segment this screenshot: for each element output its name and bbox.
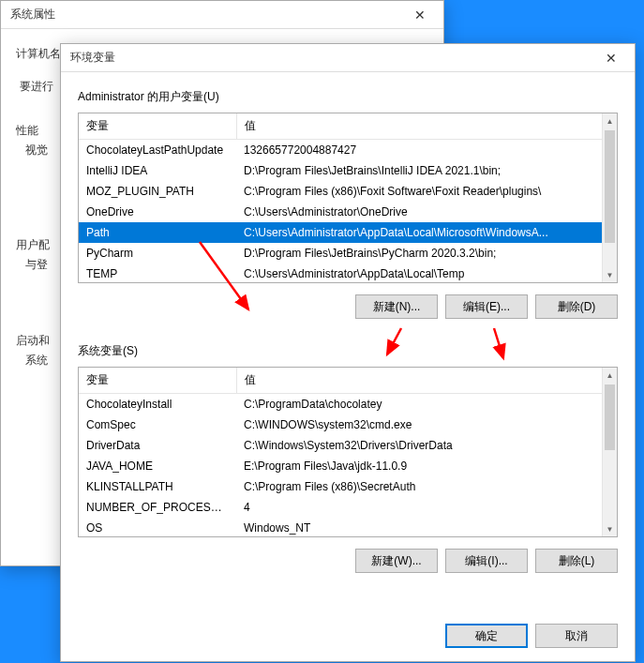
- scroll-up-icon[interactable]: ▲: [603, 368, 617, 383]
- var-name: KLINSTALLPATH: [79, 476, 236, 497]
- var-name: MOZ_PLUGIN_PATH: [79, 181, 236, 202]
- user-new-button[interactable]: 新建(N)...: [355, 294, 438, 319]
- table-row[interactable]: ComSpecC:\WINDOWS\system32\cmd.exe: [79, 414, 602, 435]
- user-delete-button[interactable]: 删除(D): [535, 294, 618, 319]
- table-row[interactable]: TEMPC:\Users\Administrator\AppData\Local…: [79, 264, 602, 282]
- var-name: ChocolateyLastPathUpdate: [79, 140, 236, 160]
- environment-variables-dialog: 环境变量 ✕ Administrator 的用户变量(U) 变量 值 Choco…: [60, 43, 636, 662]
- var-value: C:\Windows\System32\Drivers\DriverData: [236, 435, 602, 456]
- var-value: C:\ProgramData\chocolatey: [236, 394, 602, 414]
- user-vars-label: Administrator 的用户变量(U): [78, 89, 618, 105]
- close-icon: ✕: [414, 8, 426, 23]
- scroll-down-icon[interactable]: ▼: [603, 267, 617, 282]
- close-icon: ✕: [606, 51, 617, 66]
- cancel-button[interactable]: 取消: [535, 624, 618, 648]
- var-value: C:\Program Files (x86)\Foxit Software\Fo…: [236, 181, 602, 202]
- var-name: DriverData: [79, 435, 236, 456]
- scroll-up-icon[interactable]: ▲: [603, 113, 617, 128]
- var-name: OS: [79, 518, 236, 536]
- var-value: C:\Program Files (x86)\SecretAuth: [236, 476, 602, 497]
- table-row[interactable]: MOZ_PLUGIN_PATHC:\Program Files (x86)\Fo…: [79, 181, 602, 202]
- user-edit-button[interactable]: 编辑(E)...: [445, 294, 528, 319]
- sys-delete-button[interactable]: 删除(L): [535, 549, 618, 573]
- var-name: ChocolateyInstall: [79, 394, 236, 414]
- var-name: OneDrive: [79, 202, 236, 222]
- scrollbar-thumb[interactable]: [605, 130, 615, 243]
- table-row[interactable]: PyCharmD:\Program Files\JetBrains\PyChar…: [79, 243, 602, 264]
- var-value: C:\WINDOWS\system32\cmd.exe: [236, 414, 602, 435]
- sys-vars-listbox[interactable]: 变量 值 ChocolateyInstallC:\ProgramData\cho…: [78, 367, 618, 537]
- var-value: D:\Program Files\JetBrains\IntelliJ IDEA…: [236, 160, 602, 181]
- table-row[interactable]: JAVA_HOMEE:\Program Files\Java\jdk-11.0.…: [79, 456, 602, 476]
- env-close-button[interactable]: ✕: [592, 45, 631, 71]
- var-value: C:\Users\Administrator\OneDrive: [236, 202, 602, 222]
- var-value: C:\Users\Administrator\AppData\Local\Tem…: [236, 264, 602, 282]
- sys-vars-label: 系统变量(S): [78, 343, 618, 359]
- var-value: C:\Users\Administrator\AppData\Local\Mic…: [236, 222, 602, 243]
- sys-new-button[interactable]: 新建(W)...: [355, 549, 438, 573]
- user-vars-listbox[interactable]: 变量 值 ChocolateyLastPathUpdate13266577200…: [78, 113, 618, 283]
- sys-edit-button[interactable]: 编辑(I)...: [445, 549, 528, 573]
- var-name: IntelliJ IDEA: [79, 160, 236, 181]
- env-titlebar[interactable]: 环境变量 ✕: [61, 44, 635, 72]
- table-row[interactable]: KLINSTALLPATHC:\Program Files (x86)\Secr…: [79, 476, 602, 497]
- table-row[interactable]: NUMBER_OF_PROCESSORS4: [79, 497, 602, 518]
- var-value: 4: [236, 497, 602, 518]
- table-row[interactable]: PathC:\Users\Administrator\AppData\Local…: [79, 222, 602, 243]
- env-title: 环境变量: [70, 50, 115, 66]
- scroll-down-icon[interactable]: ▼: [603, 521, 617, 536]
- var-name: NUMBER_OF_PROCESSORS: [79, 497, 236, 518]
- var-name: JAVA_HOME: [79, 456, 236, 476]
- sys-scrollbar[interactable]: ▲ ▼: [602, 368, 617, 536]
- user-col-value[interactable]: 值: [236, 113, 617, 140]
- var-name: TEMP: [79, 264, 236, 282]
- sysprops-titlebar[interactable]: 系统属性 ✕: [1, 1, 443, 29]
- sysprops-close-button[interactable]: ✕: [400, 2, 440, 28]
- table-row[interactable]: IntelliJ IDEAD:\Program Files\JetBrains\…: [79, 160, 602, 181]
- var-value: D:\Program Files\JetBrains\PyCharm 2020.…: [236, 243, 602, 264]
- table-row[interactable]: OneDriveC:\Users\Administrator\OneDrive: [79, 202, 602, 222]
- var-name: Path: [79, 222, 236, 243]
- table-row[interactable]: ChocolateyInstallC:\ProgramData\chocolat…: [79, 394, 602, 414]
- var-value: 132665772004887427: [236, 140, 602, 160]
- var-value: E:\Program Files\Java\jdk-11.0.9: [236, 456, 602, 476]
- user-scrollbar[interactable]: ▲ ▼: [602, 113, 617, 282]
- table-row[interactable]: ChocolateyLastPathUpdate1326657720048874…: [79, 140, 602, 160]
- sys-col-variable[interactable]: 变量: [79, 368, 236, 394]
- var-name: ComSpec: [79, 414, 236, 435]
- table-row[interactable]: OSWindows_NT: [79, 518, 602, 536]
- var-name: PyCharm: [79, 243, 236, 264]
- table-row[interactable]: DriverDataC:\Windows\System32\Drivers\Dr…: [79, 435, 602, 456]
- sys-col-value[interactable]: 值: [236, 368, 617, 394]
- scrollbar-thumb[interactable]: [605, 384, 615, 450]
- var-value: Windows_NT: [236, 518, 602, 536]
- sysprops-title: 系统属性: [10, 7, 55, 23]
- ok-button[interactable]: 确定: [445, 624, 528, 648]
- user-col-variable[interactable]: 变量: [79, 113, 236, 140]
